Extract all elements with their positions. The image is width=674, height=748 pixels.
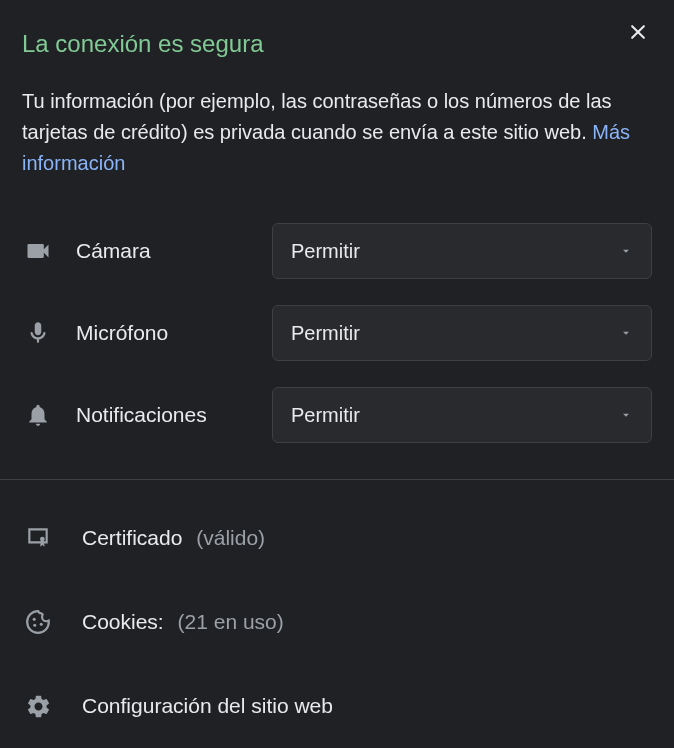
- page-title: La conexión es segura: [22, 30, 652, 58]
- permissions-section: Cámara Permitir Micrófono Permitir: [22, 223, 652, 479]
- notifications-select[interactable]: Permitir: [272, 387, 652, 443]
- permission-row-camera: Cámara Permitir: [22, 223, 652, 279]
- certificate-label-text: Certificado: [82, 526, 182, 549]
- bell-icon: [22, 399, 54, 431]
- cookies-row[interactable]: Cookies: (21 en uso): [22, 592, 652, 652]
- close-icon: [628, 22, 648, 42]
- description: Tu información (por ejemplo, las contras…: [22, 86, 652, 179]
- detail-label: Configuración del sitio web: [82, 694, 333, 718]
- permission-row-microphone: Micrófono Permitir: [22, 305, 652, 361]
- site-settings-row[interactable]: Configuración del sitio web: [22, 676, 652, 736]
- site-info-panel: La conexión es segura Tu información (po…: [0, 0, 674, 736]
- select-value: Permitir: [291, 240, 360, 263]
- gear-icon: [22, 690, 54, 722]
- microphone-icon: [22, 317, 54, 349]
- description-text: Tu información (por ejemplo, las contras…: [22, 90, 612, 143]
- permission-label: Notificaciones: [76, 403, 272, 427]
- cookies-label-text: Cookies:: [82, 610, 164, 633]
- certificate-row[interactable]: Certificado (válido): [22, 508, 652, 568]
- svg-point-5: [40, 623, 43, 626]
- permission-label: Micrófono: [76, 321, 272, 345]
- certificate-icon: [22, 522, 54, 554]
- permission-label: Cámara: [76, 239, 272, 263]
- chevron-down-icon: [619, 240, 633, 263]
- detail-label: Cookies: (21 en uso): [82, 610, 284, 634]
- cookies-sub-text: (21 en uso): [178, 610, 284, 633]
- cookie-icon: [22, 606, 54, 638]
- microphone-select[interactable]: Permitir: [272, 305, 652, 361]
- select-value: Permitir: [291, 404, 360, 427]
- select-value: Permitir: [291, 322, 360, 345]
- chevron-down-icon: [619, 322, 633, 345]
- camera-icon: [22, 235, 54, 267]
- svg-point-4: [33, 624, 36, 627]
- svg-point-3: [33, 618, 36, 621]
- details-section: Certificado (válido) Cookies: (21 en uso…: [22, 480, 652, 736]
- close-button[interactable]: [624, 18, 652, 46]
- camera-select[interactable]: Permitir: [272, 223, 652, 279]
- chevron-down-icon: [619, 404, 633, 427]
- certificate-sub-text: (válido): [196, 526, 265, 549]
- detail-label: Certificado (válido): [82, 526, 265, 550]
- permission-row-notifications: Notificaciones Permitir: [22, 387, 652, 443]
